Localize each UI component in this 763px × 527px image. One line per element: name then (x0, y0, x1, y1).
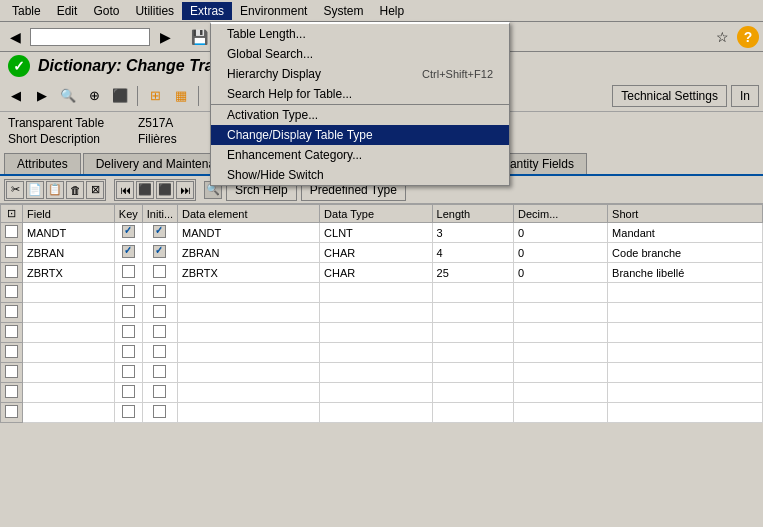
table-row-empty-7 (1, 403, 763, 423)
data-element-1[interactable]: MANDT (178, 223, 320, 243)
data-type-3: CHAR (320, 263, 432, 283)
fields-table-container: ⊡ Field Key Initi... Data element Data T… (0, 204, 763, 423)
menu-item-change-display-table-type[interactable]: Change/Display Table Type (211, 125, 509, 145)
extras-dropdown: Table Length... Global Search... Hierarc… (210, 22, 510, 186)
save-icon[interactable]: 💾 (188, 26, 210, 48)
menu-extras[interactable]: Extras (182, 2, 232, 20)
menu-item-activation-type[interactable]: Activation Type... (211, 105, 509, 125)
field-name-3[interactable]: ZBRTX (23, 263, 115, 283)
short-3: Branche libellé (608, 263, 763, 283)
init-check-3[interactable] (142, 263, 177, 283)
init-check-1[interactable]: ✓ (142, 223, 177, 243)
col-data-type: Data Type (320, 205, 432, 223)
transparent-table-value: Z517A (138, 116, 173, 130)
table-row-empty-1 (1, 283, 763, 303)
fields-table: ⊡ Field Key Initi... Data element Data T… (0, 204, 763, 423)
table-row: MANDT ✓ ✓ MANDT CLNT 3 0 Mandant (1, 223, 763, 243)
menu-item-show-hide-switch[interactable]: Show/Hide Switch (211, 165, 509, 185)
data-element-3[interactable]: ZBRTX (178, 263, 320, 283)
table-row-empty-6 (1, 383, 763, 403)
field-name-2[interactable]: ZBRAN (23, 243, 115, 263)
data-type-1: CLNT (320, 223, 432, 243)
menu-item-global-search[interactable]: Global Search... (211, 44, 509, 64)
enter-btn[interactable]: ▶ (154, 26, 176, 48)
delete-rows-icon[interactable]: 🗑 (66, 181, 84, 199)
field-name-1[interactable]: MANDT (23, 223, 115, 243)
grid-icon[interactable]: ⊞ (143, 84, 167, 108)
last-icon[interactable]: ⏭ (176, 181, 194, 199)
table-row-empty-4 (1, 343, 763, 363)
menubar: Table Edit Goto Utilities Extras Environ… (0, 0, 763, 22)
short-2: Code branche (608, 243, 763, 263)
init-check-2[interactable]: ✓ (142, 243, 177, 263)
indexes-btn[interactable]: In (731, 85, 759, 107)
table-row-empty-5 (1, 363, 763, 383)
menu-help[interactable]: Help (371, 2, 412, 20)
back-btn[interactable]: ◀ (4, 26, 26, 48)
key-check-3[interactable] (114, 263, 142, 283)
bookmark-icon[interactable]: ☆ (711, 26, 733, 48)
menu-item-enhancement-category[interactable]: Enhancement Category... (211, 145, 509, 165)
col-rownum: ⊡ (1, 205, 23, 223)
data-type-2: CHAR (320, 243, 432, 263)
paste-rows-icon[interactable]: 📋 (46, 181, 64, 199)
decimal-1: 0 (513, 223, 607, 243)
decimal-2: 0 (513, 243, 607, 263)
menu-item-hierarchy-display[interactable]: Hierarchy Display Ctrl+Shift+F12 (211, 64, 509, 84)
copy-rows-icon[interactable]: 📄 (26, 181, 44, 199)
chart-icon[interactable]: ▦ (169, 84, 193, 108)
tab-attributes[interactable]: Attributes (4, 153, 81, 174)
col-key: Key (114, 205, 142, 223)
cut-rows-icon[interactable]: ✂ (6, 181, 24, 199)
activate-icon[interactable]: ⬛ (108, 84, 132, 108)
menu-system[interactable]: System (315, 2, 371, 20)
extras-menu: Table Length... Global Search... Hierarc… (210, 22, 510, 186)
menu-utilities[interactable]: Utilities (127, 2, 182, 20)
menu-edit[interactable]: Edit (49, 2, 86, 20)
select-icon[interactable]: ⬛ (136, 181, 154, 199)
table-row: ZBRTX ZBRTX CHAR 25 0 Branche libellé (1, 263, 763, 283)
short-description-value: Filières (138, 132, 177, 146)
status-icon: ✓ (8, 55, 30, 77)
menu-table[interactable]: Table (4, 2, 49, 20)
toolbar-separator-1 (137, 86, 138, 106)
help-icon[interactable]: ? (737, 26, 759, 48)
table-row-empty-3 (1, 323, 763, 343)
length-3: 25 (432, 263, 513, 283)
first-icon[interactable]: ⏮ (116, 181, 134, 199)
short-description-label: Short Description (8, 132, 138, 146)
nav-forward-icon[interactable]: ▶ (30, 84, 54, 108)
menu-item-table-length[interactable]: Table Length... (211, 24, 509, 44)
display-change-icon[interactable]: ⊕ (82, 84, 106, 108)
table-row-empty-2 (1, 303, 763, 323)
decimal-3: 0 (513, 263, 607, 283)
col-init: Initi... (142, 205, 177, 223)
col-short: Short (608, 205, 763, 223)
command-field[interactable] (30, 28, 150, 46)
transparent-table-label: Transparent Table (8, 116, 138, 130)
nav-back-icon[interactable]: ◀ (4, 84, 28, 108)
technical-settings-btn[interactable]: Technical Settings (612, 85, 727, 107)
key-check-2[interactable]: ✓ (114, 243, 142, 263)
col-length: Length (432, 205, 513, 223)
append-icon[interactable]: ⬛ (156, 181, 174, 199)
col-decimal: Decim... (513, 205, 607, 223)
menu-goto[interactable]: Goto (85, 2, 127, 20)
length-1: 3 (432, 223, 513, 243)
fields-content: ✂ 📄 📋 🗑 ⊠ ⏮ ⬛ ⬛ ⏭ 🔍 Srch Help Predefined… (0, 176, 763, 423)
menu-item-search-help[interactable]: Search Help for Table... (211, 84, 509, 105)
row-select-3[interactable] (1, 263, 23, 283)
col-data-element: Data element (178, 205, 320, 223)
data-element-2[interactable]: ZBRAN (178, 243, 320, 263)
short-1: Mandant (608, 223, 763, 243)
row-select-1[interactable] (1, 223, 23, 243)
table-row: ZBRAN ✓ ✓ ZBRAN CHAR 4 0 Code branche (1, 243, 763, 263)
toolbar-separator-2 (198, 86, 199, 106)
where-used-icon[interactable]: 🔍 (56, 84, 80, 108)
select-all-icon[interactable]: ⊠ (86, 181, 104, 199)
key-check-1[interactable]: ✓ (114, 223, 142, 243)
menu-environment[interactable]: Environment (232, 2, 315, 20)
col-field: Field (23, 205, 115, 223)
length-2: 4 (432, 243, 513, 263)
row-select-2[interactable] (1, 243, 23, 263)
